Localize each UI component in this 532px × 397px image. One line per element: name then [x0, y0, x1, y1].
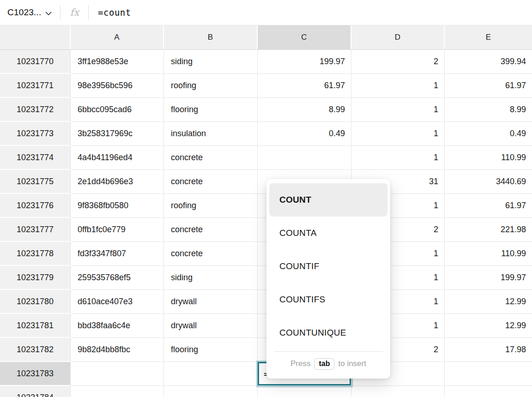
row-number[interactable]: 10231783	[0, 362, 71, 386]
autocomplete-item-countunique[interactable]: COUNTUNIQUE	[269, 316, 387, 349]
cell[interactable]: 110.99	[445, 146, 532, 170]
autocomplete-footer: Press tab to insert	[269, 352, 387, 376]
cell[interactable]: 221.98	[445, 218, 532, 242]
cell[interactable]: 399.94	[445, 50, 532, 74]
cell[interactable]: roofing	[164, 194, 258, 218]
cell[interactable]: 98e3956bc596	[71, 74, 164, 98]
cell[interactable]: 110.99	[445, 242, 532, 266]
row-number[interactable]: 10231784	[0, 386, 71, 397]
cell[interactable]	[164, 362, 258, 386]
cell[interactable]: 1	[351, 98, 445, 122]
autocomplete-list: COUNTCOUNTACOUNTIFCOUNTIFSCOUNTUNIQUE	[269, 183, 387, 349]
cell[interactable]: 2e1dd4b696e3	[71, 170, 164, 194]
cell[interactable]: d610ace407e3	[71, 290, 164, 314]
table-row: 10231784	[0, 386, 532, 397]
cell[interactable]: 1	[351, 74, 445, 98]
cell[interactable]: 61.97	[445, 194, 532, 218]
row-number[interactable]: 10231771	[0, 74, 71, 98]
cell[interactable]: siding	[164, 50, 258, 74]
row-number[interactable]: 10231780	[0, 290, 71, 314]
cell[interactable]	[71, 386, 164, 397]
row-number[interactable]: 10231770	[0, 50, 71, 74]
cell[interactable]: 9f8368fb0580	[71, 194, 164, 218]
row-number[interactable]: 10231773	[0, 122, 71, 146]
cell[interactable]: concrete	[164, 170, 258, 194]
cell[interactable]: 3b258317969c	[71, 122, 164, 146]
fx-icon: fx	[60, 7, 88, 18]
cell[interactable]: concrete	[164, 146, 258, 170]
cell[interactable]	[258, 386, 351, 397]
grid-body: 102317703ff1e988e53esiding199.972399.941…	[0, 50, 532, 397]
cell-reference-selector[interactable]: C1023...	[7, 7, 52, 18]
row-number[interactable]: 10231774	[0, 146, 71, 170]
cell[interactable]: 199.97	[258, 50, 351, 74]
formula-input[interactable]: =count	[98, 7, 131, 18]
autocomplete-item-counta[interactable]: COUNTA	[269, 217, 387, 250]
cell[interactable]: roofing	[164, 74, 258, 98]
cell[interactable]: 3440.69	[445, 170, 532, 194]
footer-prefix: Press	[290, 359, 310, 368]
row-number[interactable]: 10231776	[0, 194, 71, 218]
row-number[interactable]: 10231778	[0, 242, 71, 266]
cell[interactable]	[351, 386, 445, 397]
cell[interactable]: 3ff1e988e53e	[71, 50, 164, 74]
row-number[interactable]: 10231782	[0, 338, 71, 362]
column-header-a[interactable]: A	[71, 25, 164, 49]
autocomplete-item-countifs[interactable]: COUNTIFS	[269, 283, 387, 316]
footer-suffix: to insert	[338, 359, 366, 368]
cell[interactable]: flooring	[164, 338, 258, 362]
cell[interactable]: 8.99	[258, 98, 351, 122]
column-header-c[interactable]: C	[258, 25, 351, 49]
cell[interactable]: concrete	[164, 218, 258, 242]
cell[interactable]: insulation	[164, 122, 258, 146]
row-number[interactable]: 10231772	[0, 98, 71, 122]
cell[interactable]	[445, 362, 532, 386]
row-number[interactable]: 10231775	[0, 170, 71, 194]
cell[interactable]: 0.49	[258, 122, 351, 146]
cell[interactable]: 12.99	[445, 290, 532, 314]
row-number[interactable]: 10231779	[0, 266, 71, 290]
cell[interactable]	[258, 146, 351, 170]
spreadsheet: ABCDE 102317703ff1e988e53esiding199.9723…	[0, 25, 532, 397]
cell[interactable]: 17.98	[445, 338, 532, 362]
row-number[interactable]: 10231777	[0, 218, 71, 242]
cell[interactable]: 61.97	[445, 74, 532, 98]
cell[interactable]: siding	[164, 266, 258, 290]
autocomplete-item-countif[interactable]: COUNTIF	[269, 250, 387, 283]
table-row: 102317733b258317969cinsulation0.4910.49	[0, 122, 532, 146]
chevron-down-icon	[45, 9, 52, 18]
cell[interactable]: 0ffb1fc0e779	[71, 218, 164, 242]
table-row: 102317726bbcc095cad6flooring8.9918.99	[0, 98, 532, 122]
cell[interactable]: 4a4b41196ed4	[71, 146, 164, 170]
cell[interactable]: concrete	[164, 242, 258, 266]
cell[interactable]: 199.97	[445, 266, 532, 290]
cell[interactable]: 1	[351, 146, 445, 170]
cell[interactable]: 8.99	[445, 98, 532, 122]
autocomplete-item-count[interactable]: COUNT	[269, 183, 387, 217]
cell[interactable]	[71, 362, 164, 386]
cell[interactable]: 0.49	[445, 122, 532, 146]
cell[interactable]: 2	[351, 50, 445, 74]
cell[interactable]: fd3f3347f807	[71, 242, 164, 266]
column-header-e[interactable]: E	[445, 25, 532, 49]
function-autocomplete-popup: COUNTCOUNTACOUNTIFCOUNTIFSCOUNTUNIQUE Pr…	[266, 179, 390, 379]
table-row: 102317769f8368fb0580roofing161.97	[0, 194, 532, 218]
cell[interactable]: 12.99	[445, 314, 532, 338]
cell[interactable]: flooring	[164, 98, 258, 122]
cell[interactable]	[164, 386, 258, 397]
cell[interactable]: bbd38faa6c4e	[71, 314, 164, 338]
cell[interactable]	[445, 386, 532, 397]
column-header-b[interactable]: B	[164, 25, 258, 49]
cell[interactable]: 9b82d4bb8fbc	[71, 338, 164, 362]
cell[interactable]: 6bbcc095cad6	[71, 98, 164, 122]
table-row: 102317770ffb1fc0e779concrete2221.98	[0, 218, 532, 242]
cell[interactable]: 61.97	[258, 74, 351, 98]
table-row: 1023177198e3956bc596roofing61.97161.97	[0, 74, 532, 98]
corner-header[interactable]	[0, 25, 71, 49]
cell[interactable]: 1	[351, 122, 445, 146]
cell[interactable]: drywall	[164, 290, 258, 314]
row-number[interactable]: 10231781	[0, 314, 71, 338]
cell[interactable]: 259535768ef5	[71, 266, 164, 290]
cell[interactable]: drywall	[164, 314, 258, 338]
column-header-d[interactable]: D	[351, 25, 445, 49]
